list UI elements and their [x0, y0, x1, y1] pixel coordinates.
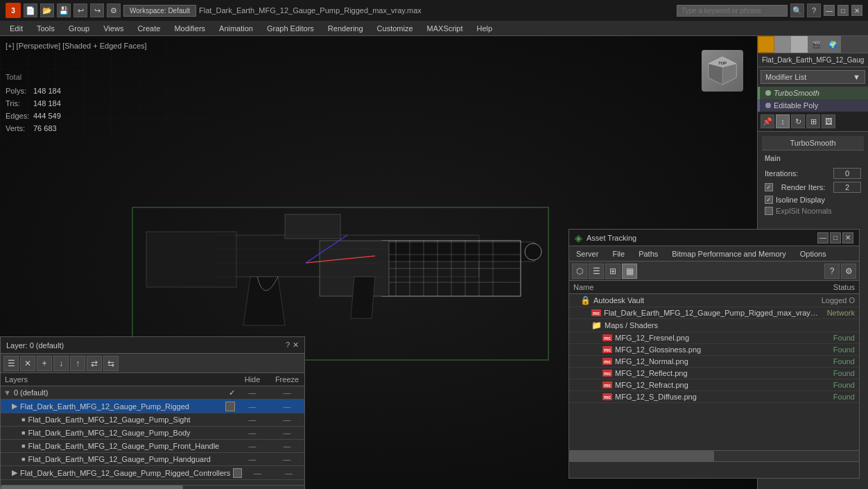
menu-animation[interactable]: Animation — [212, 23, 260, 34]
pin-btn[interactable]: 📌 — [761, 114, 774, 128]
new-btn[interactable]: 📄 — [24, 3, 37, 17]
ts-expsit-check[interactable] — [765, 207, 773, 215]
env-btn[interactable]: 🌍 — [824, 36, 841, 53]
menu-maxscript[interactable]: MAXScript — [420, 23, 470, 34]
scale-btn[interactable]: ⊞ — [806, 114, 820, 128]
close-btn[interactable]: ✕ — [851, 5, 862, 16]
menu-edit[interactable]: Edit — [3, 23, 30, 34]
modifier-turbosmooth[interactable]: TurboSmooth — [758, 87, 868, 99]
layer-help-btn[interactable]: ? — [286, 341, 290, 350]
layer-close-btn[interactable]: ✕ — [293, 341, 299, 350]
layer-row[interactable]: ■ Flat_Dark_Earth_MFG_12_Gauge_Pump_Sigh… — [1, 413, 304, 427]
app-logo: 3 — [6, 3, 21, 18]
at-detail-btn[interactable]: ▦ — [622, 264, 637, 279]
menu-rendering[interactable]: Rendering — [321, 23, 370, 34]
menu-modifiers[interactable]: Modifiers — [167, 23, 212, 34]
at-list-item[interactable]: mc MFG_12_Fresnel.png Found — [569, 332, 859, 344]
layer-row[interactable]: ▶ Flat_Dark_Earth_MFG_12_Gauge_Pump_Rigg… — [1, 466, 304, 480]
open-btn[interactable]: 📂 — [40, 3, 54, 17]
at-list-item[interactable]: 📁 Maps / Shaders — [569, 319, 859, 332]
ts-expsit-label: ExplSit Noomals — [776, 207, 832, 215]
settings-btn[interactable]: ⚙ — [107, 3, 121, 17]
layer-item-icon: ■ — [21, 429, 25, 436]
at-row-content: mc MFG_12_Reflect.png — [569, 368, 797, 379]
layer-row[interactable]: ▼ 0 (default) ✓ — — — [1, 386, 304, 400]
layer-row[interactable]: ■ Flat_Dark_Earth_MFG_12_Gauge_Pump_Hand… — [1, 453, 304, 466]
at-list-item[interactable]: mc MFG_12_S_Diffuse.png Found — [569, 391, 859, 403]
layer-move-down-btn[interactable]: ↓ — [53, 356, 69, 371]
layer-menu-btn[interactable]: ☰ — [3, 356, 19, 371]
at-list-item[interactable]: 🔒 Autodesk Vault Logged O — [569, 294, 859, 307]
save-btn[interactable]: 💾 — [57, 3, 71, 17]
layer-swap2-btn[interactable]: ⇆ — [103, 356, 119, 371]
ts-render-iters-input[interactable] — [833, 182, 861, 193]
at-list-btn[interactable]: ☰ — [589, 264, 604, 279]
at-list-item[interactable]: mc MFG_12_Refract.png Found — [569, 379, 859, 391]
workspace-selector[interactable]: Workspace: Default — [123, 5, 196, 17]
at-grid-btn[interactable]: ⊞ — [605, 264, 620, 279]
layer-row-name: Flat_Dark_Earth_MFG_12_Gauge_Pump_Front_… — [28, 442, 219, 450]
at-menu-bitmap-perf[interactable]: Bitmap Performance and Memory — [665, 248, 792, 259]
search-btn[interactable]: 🔍 — [790, 3, 804, 17]
undo-btn[interactable]: ↩ — [73, 3, 87, 17]
at-minimize-btn[interactable]: — — [817, 232, 828, 243]
layer-scrollbar[interactable] — [1, 485, 304, 489]
ts-iterations-input[interactable] — [833, 168, 861, 179]
at-menu-options[interactable]: Options — [793, 248, 833, 259]
at-list-item[interactable]: mc Flat_Dark_Earth_MFG_12_Gauge_Pump_Rig… — [569, 307, 859, 319]
ts-isoline-check[interactable] — [765, 196, 773, 204]
layer-add-btn[interactable]: + — [37, 356, 52, 371]
layer-swap1-btn[interactable]: ⇄ — [87, 356, 102, 371]
redo-btn[interactable]: ↪ — [90, 3, 104, 17]
search-input[interactable] — [677, 5, 788, 17]
help-btn[interactable]: ? — [807, 3, 821, 17]
menu-create[interactable]: Create — [130, 23, 167, 34]
move-btn[interactable]: ↕ — [776, 114, 790, 128]
modifier-editable-poly[interactable]: Editable Poly — [758, 99, 868, 112]
menu-graph-editors[interactable]: Graph Editors — [260, 23, 321, 34]
at-scroll-thumb[interactable] — [569, 451, 714, 462]
at-list-item[interactable]: mc MFG_12_Reflect.png Found — [569, 368, 859, 379]
spacer — [841, 36, 868, 53]
layer-freeze-dash: — — [270, 429, 304, 437]
menu-group[interactable]: Group — [62, 23, 97, 34]
navigation-cube[interactable]: TOP — [702, 50, 743, 92]
at-help-btn[interactable]: ? — [824, 264, 840, 279]
minimize-btn[interactable]: — — [824, 5, 835, 16]
at-refresh-btn[interactable]: ⬡ — [572, 264, 587, 279]
layer-scroll-thumb[interactable] — [1, 486, 183, 489]
at-settings-btn[interactable]: ⚙ — [841, 264, 856, 279]
at-maximize-btn[interactable]: □ — [830, 232, 841, 243]
layer-move-up-btn[interactable]: ↑ — [70, 356, 85, 371]
at-menu-paths[interactable]: Paths — [632, 248, 665, 259]
menu-views[interactable]: Views — [96, 23, 130, 34]
layer-delete-btn[interactable]: ✕ — [20, 356, 35, 371]
edges-value: 444 549 — [33, 112, 61, 120]
at-row-name: MFG_12_Fresnel.png — [615, 334, 794, 342]
at-menu-file[interactable]: File — [605, 248, 632, 259]
ts-render-iters-check[interactable] — [765, 183, 773, 191]
rotate-btn[interactable]: ↻ — [791, 114, 805, 128]
modifier-dot2 — [765, 103, 771, 108]
color-specular[interactable] — [791, 36, 808, 53]
menu-help[interactable]: Help — [470, 23, 500, 34]
menu-customize[interactable]: Customize — [370, 23, 420, 34]
maximize-btn[interactable]: □ — [837, 5, 849, 16]
model-name: Flat_Dark_Earth_MFG_12_Gaug — [762, 56, 864, 64]
color-diffuse[interactable] — [774, 36, 791, 53]
asset-tracking-hscroll[interactable] — [569, 450, 859, 461]
at-row-name: MFG_12_S_Diffuse.png — [615, 393, 794, 401]
asset-tracking-panel: ◈ Asset Tracking — □ ✕ Server File Paths… — [568, 229, 860, 479]
layer-row[interactable]: ▶ Flat_Dark_Earth_MFG_12_Gauge_Pump_Rigg… — [1, 400, 304, 413]
modifier-list-dropdown[interactable]: Modifier List ▼ — [761, 70, 865, 84]
layer-row[interactable]: ■ Flat_Dark_Earth_MFG_12_Gauge_Pump_Fron… — [1, 440, 304, 453]
layer-row[interactable]: ■ Flat_Dark_Earth_MFG_12_Gauge_Pump_Body… — [1, 427, 304, 440]
menu-tools[interactable]: Tools — [30, 23, 62, 34]
at-menu-server[interactable]: Server — [569, 248, 605, 259]
at-close-btn[interactable]: ✕ — [842, 232, 853, 243]
color-ambient[interactable] — [758, 36, 774, 53]
render-btn[interactable]: 🎬 — [808, 36, 824, 53]
at-list-item[interactable]: mc MFG_12_Glossiness.png Found — [569, 344, 859, 356]
render-set-btn[interactable]: 🖼 — [822, 114, 835, 128]
at-list-item[interactable]: mc MFG_12_Normal.png Found — [569, 356, 859, 368]
